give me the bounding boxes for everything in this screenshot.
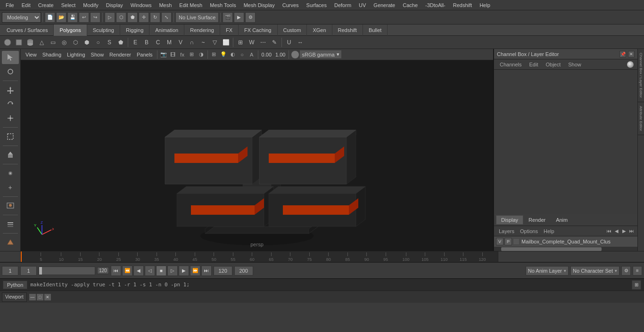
tab-xgen[interactable]: XGen [307,24,332,36]
shadow-icon[interactable]: ◐ [228,50,238,59]
ipr-btn[interactable]: ▶ [234,12,244,23]
combine-btn[interactable]: C [152,37,164,48]
shaded-icon[interactable]: ◑ [197,50,206,59]
timeline[interactable]: 5101520253035404550556065707580859095100… [0,251,644,262]
soft-select-btn[interactable] [2,167,19,180]
menu-curves[interactable]: Curves [279,1,303,9]
menu-mesh-display[interactable]: Mesh Display [240,1,279,9]
layers-prev-btn[interactable]: ◀ [613,227,620,235]
menu-edit-mesh[interactable]: Edit Mesh [175,1,206,9]
smooth-btn[interactable]: ~ [198,37,209,48]
tab-fx-caching[interactable]: FX Caching [239,24,277,36]
tab-fx[interactable]: FX [220,24,239,36]
grid-icon[interactable]: ⊞ [209,50,219,59]
torus-btn[interactable]: ◎ [58,37,70,48]
layers-menu-help[interactable]: Help [541,227,557,235]
extrude-btn[interactable]: E [130,37,141,48]
layer-playback-btn[interactable]: P [504,238,512,245]
menu-mesh-tools[interactable]: Mesh Tools [206,1,239,9]
tab-polygons[interactable]: Polygons [54,24,87,36]
rs-btn[interactable]: ⚙ [245,12,256,23]
new-scene-btn[interactable]: 📄 [45,12,55,23]
vp-menu-renderer[interactable]: Renderer [107,51,134,58]
layer-row[interactable]: V P Mailbox_Complete_Quad_Mount_Clus [494,236,637,247]
stop-btn[interactable]: ■ [156,266,166,276]
extrude-tool-btn[interactable] [2,148,19,162]
aa-icon[interactable]: A [247,50,256,59]
win-maximize-btn[interactable]: □ [36,293,44,301]
snap-btn[interactable]: + [2,181,19,194]
bridge-btn[interactable]: B [141,37,152,48]
mirror-btn[interactable]: M [164,37,175,48]
cube-btn[interactable] [13,37,25,48]
tab-sculpting[interactable]: Sculpting [87,24,120,36]
render-preview-btn[interactable] [2,199,19,212]
menu-file[interactable]: File [2,1,18,9]
menu-select[interactable]: Select [58,1,80,9]
lasso-btn[interactable] [2,130,19,143]
cylinder-btn[interactable] [25,37,36,48]
out-time-input[interactable] [234,266,253,275]
cb-tab-show[interactable]: Show [564,61,585,68]
color-icon[interactable] [291,51,299,58]
close-panel-btn[interactable]: ✕ [628,51,635,57]
settings-btn[interactable]: ⚙ [621,266,631,275]
menu-windows[interactable]: Windows [127,1,156,9]
win-close-btn[interactable]: ✕ [44,293,51,301]
menu-modify[interactable]: Modify [79,1,102,9]
anim-layer-dropdown[interactable]: No Anim Layer ▾ [526,266,569,275]
3d-viewport[interactable]: X Y Z persp [21,60,493,251]
timeline-ruler[interactable]: 5101520253035404550556065707580859095100… [21,251,498,262]
redo-btn[interactable]: ↪ [90,12,100,23]
vp-menu-view[interactable]: View [23,51,40,58]
menu-deform[interactable]: Deform [330,1,355,9]
rotate-btn[interactable] [2,97,19,111]
pin-btn[interactable]: 📌 [619,51,626,57]
lighting-icon[interactable]: 💡 [219,50,228,59]
vp-menu-panels[interactable]: Panels [134,51,156,58]
select-tool[interactable]: ▷ [105,12,115,23]
skip-back-btn[interactable]: ⏮ [111,266,121,276]
vp-menu-lighting[interactable]: Lighting [64,51,88,58]
start-frame-input[interactable] [20,266,37,275]
sphere-btn[interactable] [2,37,13,48]
sculpt-btn[interactable]: ✎ [269,37,280,48]
pipe-btn[interactable]: ○ [92,37,104,48]
menu-surfaces[interactable]: Surfaces [303,1,330,9]
cb-tab-edit[interactable]: Edit [525,61,542,68]
menu-create[interactable]: Create [34,1,58,9]
uv-unfold-btn[interactable]: ↔ [295,37,306,48]
plane-btn[interactable]: ▭ [47,37,58,48]
display-layer-btn[interactable] [2,218,19,231]
cone-btn[interactable]: △ [36,37,47,48]
menu-3dto[interactable]: -3DtoAll- [421,1,449,9]
layers-menu-options[interactable]: Options [517,227,541,235]
camera-icon[interactable]: 📷 [159,50,168,59]
layers-scrollbar[interactable] [494,247,637,251]
tab-anim[interactable]: Anim [551,215,573,225]
step-fwd-btn[interactable]: ⏩ [190,266,200,276]
bevel-btn[interactable]: V [175,37,186,48]
paint-select-btn[interactable] [2,65,19,78]
vtab-attribute-editor[interactable]: Attribute Editor [638,102,644,135]
time-slider[interactable] [39,267,95,275]
range-end-input[interactable] [214,266,232,275]
play-btn[interactable]: ▷ [167,266,178,276]
tab-rendering[interactable]: Rendering [184,24,220,36]
boolean-btn[interactable]: ∩ [186,37,198,48]
menu-cache[interactable]: Cache [399,1,421,9]
helix-btn[interactable]: S [104,37,115,48]
tab-custom[interactable]: Custom [278,24,307,36]
python-expand-btn[interactable]: ⊞ [632,280,641,290]
menu-extra-btn[interactable]: ≡ [633,266,642,275]
play-fwd-btn[interactable]: ▶ [179,266,189,276]
lattice-btn[interactable]: ⊞ [235,37,246,48]
playhead[interactable] [21,251,22,262]
vtab-channel-box[interactable]: Channel Box / Layer Editor [638,49,644,102]
layer-visibility-btn[interactable]: V [496,238,504,245]
film-icon[interactable]: 🎞 [168,50,178,59]
vp-menu-show[interactable]: Show [88,51,107,58]
cb-tab-channels[interactable]: Channels [496,61,525,68]
layers-scroll-thumb[interactable] [501,247,602,251]
select-mode-btn[interactable] [2,51,19,64]
